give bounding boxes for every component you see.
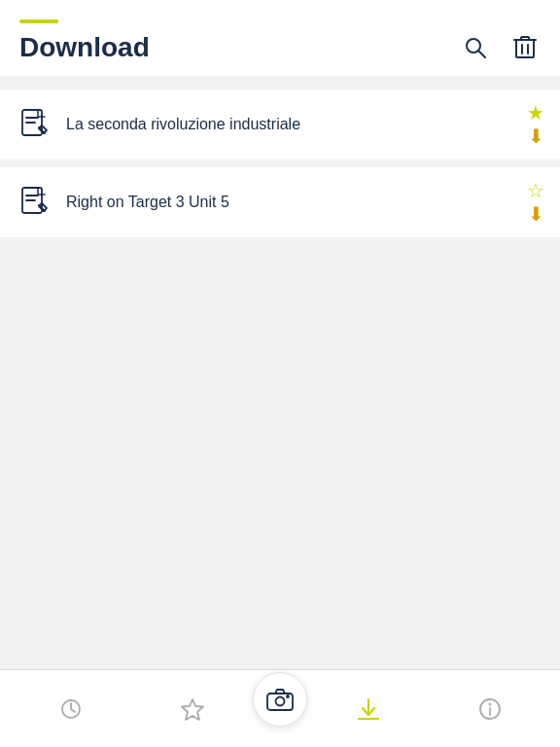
header-actions <box>459 31 541 64</box>
document-icon <box>16 106 52 143</box>
svg-point-19 <box>489 703 490 704</box>
item-actions: ★ ⬇ <box>527 103 544 146</box>
svg-marker-12 <box>182 699 203 720</box>
info-icon <box>477 696 503 722</box>
download-icon[interactable]: ⬇ <box>528 204 544 224</box>
trash-icon <box>513 35 537 60</box>
document-icon <box>16 184 52 221</box>
download-nav-icon <box>356 696 381 722</box>
content-area: La seconda rivoluzione industriale ★ ⬇ R… <box>0 76 560 669</box>
search-button[interactable] <box>459 31 492 64</box>
search-icon <box>463 35 488 60</box>
header-accent-bar <box>19 19 58 23</box>
nav-info[interactable] <box>429 689 550 729</box>
list-item[interactable]: La seconda rivoluzione industriale ★ ⬇ <box>0 89 560 160</box>
nav-history[interactable] <box>10 689 131 729</box>
nav-favorites[interactable] <box>131 689 253 729</box>
svg-line-1 <box>479 52 486 58</box>
svg-rect-2 <box>516 40 534 57</box>
item-title: Right on Target 3 Unit 5 <box>66 194 515 211</box>
list-item[interactable]: Right on Target 3 Unit 5 ☆ ⬇ <box>0 167 560 237</box>
favorites-icon <box>180 696 205 722</box>
nav-camera[interactable] <box>253 672 307 727</box>
item-title: La seconda rivoluzione industriale <box>66 116 515 133</box>
svg-point-14 <box>276 696 285 705</box>
bottom-nav <box>0 669 560 747</box>
history-icon <box>58 696 84 722</box>
download-icon[interactable]: ⬇ <box>528 126 544 146</box>
item-actions: ☆ ⬇ <box>527 181 544 224</box>
camera-icon <box>266 688 294 711</box>
header: Download <box>0 0 560 76</box>
svg-point-15 <box>287 695 289 697</box>
trash-button[interactable] <box>509 31 541 64</box>
star-empty-icon[interactable]: ☆ <box>527 181 544 200</box>
page-title: Download <box>19 32 150 63</box>
star-filled-icon[interactable]: ★ <box>527 103 544 123</box>
nav-download[interactable] <box>307 689 429 729</box>
header-row: Download <box>19 31 541 64</box>
